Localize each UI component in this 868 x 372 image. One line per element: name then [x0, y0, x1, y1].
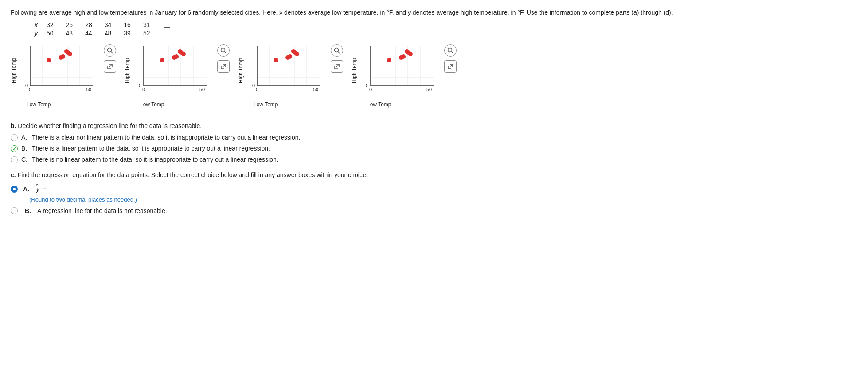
chart-3-plot: 0 50 0 [245, 42, 329, 99]
section-b-option-c[interactable]: C. There is no linear pattern to the dat… [11, 156, 857, 163]
svg-point-63 [288, 54, 292, 59]
x-val-6: 31 [137, 21, 156, 29]
svg-text:0: 0 [142, 87, 145, 92]
chart-1-zoom-icon[interactable] [104, 44, 116, 57]
x-val-1: 32 [40, 21, 60, 29]
charts-row: High Temp [11, 42, 857, 114]
chart-2-icons[interactable] [217, 44, 230, 73]
svg-point-40 [174, 54, 179, 59]
svg-point-90 [448, 48, 452, 52]
chart-4-zoom-icon[interactable] [444, 44, 457, 57]
svg-point-67 [335, 48, 339, 52]
x-label: x [28, 21, 40, 29]
chart-1-x-label: Low Temp [18, 101, 51, 108]
svg-point-43 [178, 49, 182, 54]
section-b-letter-a: A. [21, 134, 28, 141]
svg-text:50: 50 [86, 87, 91, 92]
y-val-5: 39 [117, 29, 137, 38]
svg-text:0: 0 [25, 83, 28, 88]
chart-3-x-label: Low Temp [245, 101, 278, 108]
data-table: x 32 26 28 34 16 31 y 50 43 44 48 39 52 [28, 21, 176, 37]
chart-3: High Temp 0 50 0 [238, 42, 343, 108]
svg-point-64 [295, 52, 299, 56]
copy-icon[interactable] [156, 21, 176, 29]
section-b-title: b. Decide whether finding a regression l… [11, 122, 857, 129]
svg-point-87 [408, 52, 413, 56]
svg-point-86 [401, 54, 406, 59]
section-c-label: c. [11, 171, 16, 178]
section-b-letter-b: B. [21, 145, 28, 152]
section-c: c. Find the regression equation for the … [11, 171, 857, 214]
svg-text:50: 50 [426, 87, 432, 92]
chart-2-area: 0 50 0 Low Temp [131, 42, 215, 108]
svg-text:0: 0 [369, 87, 372, 92]
section-b-text-a: There is a clear nonlinear pattern to th… [32, 134, 300, 141]
section-b-letter-c: C. [21, 156, 28, 163]
chart-3-area: 0 50 0 Low Temp [245, 42, 329, 108]
section-b-text-c: There is no linear pattern to the data, … [32, 156, 278, 163]
svg-point-18 [68, 52, 72, 56]
svg-text:50: 50 [313, 87, 318, 92]
section-c-radio-a[interactable] [11, 186, 18, 193]
svg-text:0: 0 [252, 83, 255, 88]
svg-point-21 [108, 48, 112, 52]
section-c-letter-b: B. [25, 207, 31, 214]
chart-3-external-icon[interactable] [331, 60, 343, 73]
y-val-4: 48 [98, 29, 118, 38]
chart-4-icons[interactable] [444, 44, 457, 73]
x-val-2: 26 [60, 21, 79, 29]
chart-1-plot: 0 50 0 [18, 42, 102, 99]
section-c-text-b: A regression line for the data is not re… [37, 207, 167, 214]
svg-line-23 [109, 64, 112, 67]
section-b-option-a[interactable]: A. There is a clear nonlinear pattern to… [11, 134, 857, 141]
svg-line-68 [338, 52, 340, 54]
section-c-option-a[interactable]: A. ^ y = [11, 184, 857, 194]
y-val-1: 50 [40, 29, 60, 38]
section-c-hint: (Round to two decimal places as needed.) [29, 196, 857, 203]
chart-3-zoom-icon[interactable] [331, 44, 343, 57]
svg-point-17 [61, 54, 65, 59]
section-c-option-b[interactable]: B. A regression line for the data is not… [11, 207, 857, 214]
section-c-answer-input[interactable] [52, 184, 74, 194]
section-b-radio-b[interactable] [11, 145, 18, 152]
svg-point-44 [221, 48, 225, 52]
svg-point-42 [160, 58, 164, 62]
svg-line-92 [450, 64, 453, 67]
section-c-radio-b[interactable] [11, 207, 18, 214]
chart-3-svg: 0 50 0 [245, 42, 329, 101]
chart-2-x-label: Low Temp [131, 101, 164, 108]
chart-1-external-icon[interactable] [104, 60, 116, 73]
y-val-3: 44 [79, 29, 98, 38]
y-val-2: 43 [60, 29, 79, 38]
svg-point-66 [291, 49, 296, 54]
section-b-text: Decide whether finding a regression line… [18, 122, 202, 129]
svg-text:0: 0 [139, 83, 141, 88]
svg-point-89 [405, 49, 409, 54]
chart-1-svg: 0 50 0 [18, 42, 102, 101]
chart-4-x-label: Low Temp [358, 101, 391, 108]
svg-point-88 [387, 58, 391, 62]
section-b-radio-a[interactable] [11, 134, 18, 141]
chart-4-external-icon[interactable] [444, 60, 457, 73]
svg-point-20 [64, 49, 69, 54]
section-b-label: b. [11, 122, 16, 129]
section-c-letter-a: A. [23, 186, 29, 193]
chart-1-icons[interactable] [104, 44, 116, 73]
section-b-option-b[interactable]: B. There is a linear pattern to the data… [11, 145, 857, 152]
chart-2-zoom-icon[interactable] [217, 44, 230, 57]
x-val-4: 34 [98, 21, 118, 29]
section-b-radio-c[interactable] [11, 156, 18, 163]
chart-2-external-icon[interactable] [217, 60, 230, 73]
chart-4-plot: 0 50 0 [358, 42, 442, 99]
section-b-text-b: There is a linear pattern to the data, s… [32, 145, 270, 152]
chart-4-svg: 0 50 0 [358, 42, 442, 101]
svg-line-22 [111, 52, 113, 54]
x-val-5: 16 [117, 21, 137, 29]
svg-text:50: 50 [199, 87, 205, 92]
svg-point-65 [274, 58, 278, 62]
chart-1-area: 0 50 0 [18, 42, 102, 108]
chart-3-icons[interactable] [331, 44, 343, 73]
section-c-title: c. Find the regression equation for the … [11, 171, 857, 178]
svg-line-45 [225, 52, 227, 54]
section-b: b. Decide whether finding a regression l… [11, 122, 857, 163]
